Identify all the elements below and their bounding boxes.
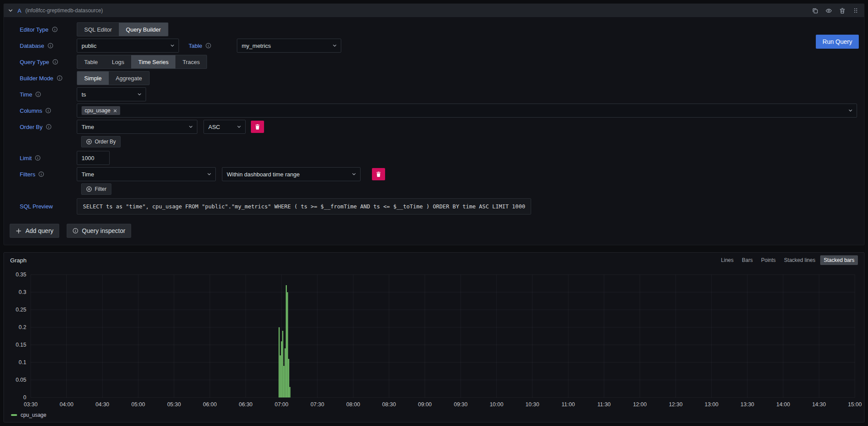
info-icon[interactable] [35, 91, 41, 97]
chevron-down-icon [188, 124, 193, 129]
time-field-select[interactable]: ts [77, 87, 146, 101]
filter-field-value: Time [82, 171, 94, 178]
info-icon[interactable] [47, 43, 54, 49]
add-query-button[interactable]: Add query [10, 224, 59, 238]
trash-icon [375, 171, 382, 177]
query-type-logs[interactable]: Logs [105, 55, 131, 68]
info-icon[interactable] [45, 107, 51, 114]
order-by-field-value: Time [82, 124, 94, 130]
view-mode-lines[interactable]: Lines [718, 255, 737, 265]
editor-type-sql-editor[interactable]: SQL Editor [77, 23, 119, 36]
table-field-label: Table [189, 43, 231, 49]
svg-text:11:00: 11:00 [561, 401, 575, 408]
database-select-value: public [82, 43, 96, 49]
order-by-field-select[interactable]: Time [77, 120, 197, 134]
add-filter-button[interactable]: Filter [81, 183, 111, 195]
filter-field-select[interactable]: Time [77, 167, 216, 181]
delete-query-trash-icon[interactable] [839, 7, 846, 14]
info-icon[interactable] [46, 124, 52, 130]
run-query-button[interactable]: Run Query [816, 35, 859, 49]
builder-mode-aggregate[interactable]: Aggregate [109, 72, 149, 85]
editor-type-query-builder[interactable]: Query Builder [119, 23, 168, 36]
table-label: Table [189, 43, 202, 49]
query-type-table[interactable]: Table [77, 55, 105, 68]
svg-text:0.3: 0.3 [19, 289, 26, 295]
svg-text:05:30: 05:30 [167, 401, 181, 408]
svg-text:13:00: 13:00 [705, 401, 718, 408]
time-series-chart[interactable]: 00.050.10.150.20.250.30.3503:3004:0004:3… [4, 268, 864, 411]
chevron-down-icon [236, 124, 242, 129]
view-mode-stacked-lines[interactable]: Stacked lines [781, 255, 819, 265]
drag-handle-icon[interactable] [853, 7, 859, 14]
svg-text:13:30: 13:30 [740, 401, 754, 408]
info-icon[interactable] [35, 155, 41, 161]
sql-preview-row: SQL Preview SELECT ts as "time", cpu_usa… [20, 198, 857, 215]
filter-condition-value: Within dashboard time range [227, 171, 300, 178]
columns-chip-cpu-usage: cpu_usage [82, 106, 120, 115]
view-mode-bars[interactable]: Bars [739, 255, 757, 265]
time-row: Time ts [20, 87, 857, 101]
info-icon[interactable] [52, 59, 58, 65]
graph-panel-header: Graph Lines Bars Points Stacked lines St… [4, 253, 864, 268]
svg-text:0: 0 [23, 394, 26, 401]
plus-circle-icon [86, 186, 92, 192]
svg-text:11:30: 11:30 [597, 401, 611, 408]
view-mode-stacked-bars[interactable]: Stacked bars [820, 255, 858, 265]
duplicate-query-icon[interactable] [812, 7, 818, 14]
chevron-down-icon [207, 172, 212, 177]
table-select-value: my_metrics [242, 43, 271, 49]
svg-text:07:30: 07:30 [311, 401, 324, 408]
query-type-time-series[interactable]: Time Series [131, 55, 175, 68]
add-order-by-row: Order By [20, 136, 857, 147]
filters-row: Filters Time Within dashboard time range [20, 167, 857, 181]
legend-series-mark [11, 414, 17, 416]
query-header[interactable]: A (info8fcc-greptimedb-datasource) [4, 4, 864, 17]
svg-text:06:00: 06:00 [203, 401, 217, 408]
panel-title[interactable]: Graph [10, 257, 27, 264]
info-icon[interactable] [38, 171, 44, 177]
query-inspector-button[interactable]: Query inspector [67, 224, 131, 238]
info-circle-icon [72, 228, 79, 234]
chip-label: cpu_usage [85, 107, 111, 114]
add-order-by-button[interactable]: Order By [81, 136, 121, 147]
svg-text:14:00: 14:00 [776, 401, 790, 408]
collapse-chevron-icon[interactable] [7, 7, 14, 14]
info-icon[interactable] [57, 75, 63, 81]
limit-input[interactable] [77, 151, 110, 165]
svg-text:0.25: 0.25 [16, 307, 26, 313]
query-type-traces[interactable]: Traces [175, 55, 207, 68]
database-select[interactable]: public [77, 39, 179, 53]
time-label: Time [20, 91, 32, 98]
query-inspector-label: Query inspector [82, 227, 125, 234]
svg-text:0.35: 0.35 [16, 272, 26, 278]
table-select[interactable]: my_metrics [237, 39, 341, 53]
editor-type-label: Editor Type [20, 26, 49, 33]
svg-text:08:00: 08:00 [346, 401, 360, 408]
limit-row: Limit [20, 151, 857, 165]
order-by-direction-select[interactable]: ASC [204, 120, 246, 134]
editor-footer: Add query Query inspector [4, 218, 864, 245]
view-mode-points[interactable]: Points [757, 255, 779, 265]
query-ref-id: A [18, 7, 21, 14]
chevron-down-icon [848, 108, 853, 113]
database-row: Database public Table my_metrics [20, 39, 857, 53]
builder-mode-simple[interactable]: Simple [77, 72, 109, 85]
chart-area[interactable]: 00.050.10.150.20.250.30.3503:3004:0004:3… [4, 268, 864, 411]
add-order-by-label: Order By [95, 139, 116, 145]
info-icon[interactable] [52, 26, 58, 32]
svg-text:0.2: 0.2 [19, 324, 26, 330]
svg-text:09:30: 09:30 [454, 401, 468, 408]
remove-chip-icon[interactable] [113, 109, 117, 113]
columns-multiselect[interactable]: cpu_usage [77, 104, 857, 118]
info-icon[interactable] [205, 43, 211, 49]
filter-condition-select[interactable]: Within dashboard time range [222, 167, 361, 181]
svg-text:15:00: 15:00 [848, 401, 861, 408]
hide-query-eye-icon[interactable] [825, 7, 832, 14]
svg-text:06:30: 06:30 [239, 401, 253, 408]
builder-mode-label: Builder Mode [20, 75, 54, 82]
limit-label: Limit [20, 155, 32, 161]
remove-filter-button[interactable] [372, 168, 385, 180]
svg-text:09:00: 09:00 [418, 401, 432, 408]
remove-order-by-button[interactable] [251, 121, 264, 133]
legend-series-label[interactable]: cpu_usage [21, 412, 46, 418]
